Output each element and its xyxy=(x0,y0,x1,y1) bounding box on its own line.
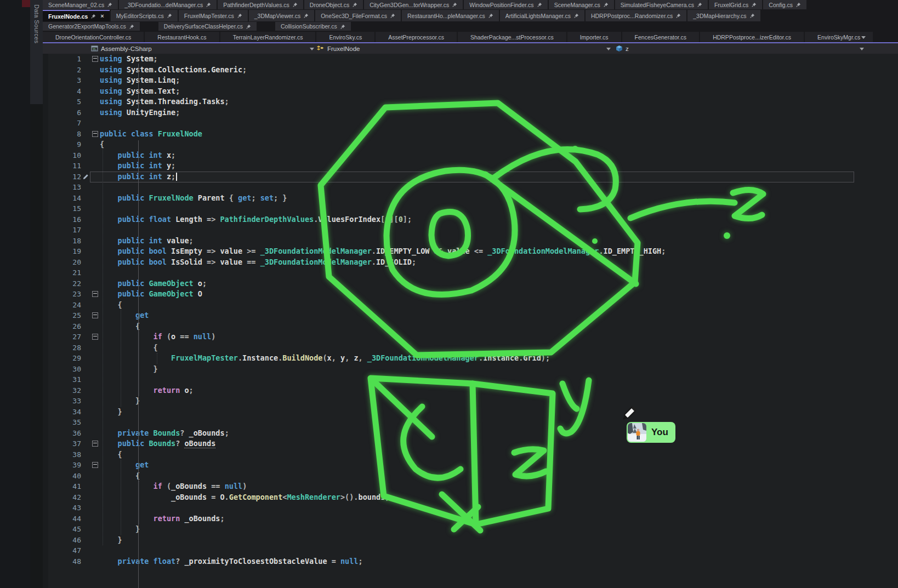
type-chevron-down-icon[interactable] xyxy=(606,48,611,50)
code-line: 44 return _oBounds; xyxy=(43,513,898,524)
document-tab[interactable]: Importer.cs xyxy=(567,32,621,42)
document-tab[interactable]: CollisionSubscriber.cs xyxy=(275,22,351,31)
document-tab[interactable]: OneSec3D_FileFormat.cs xyxy=(315,10,401,21)
code-line: 17 xyxy=(43,225,898,236)
document-tab[interactable]: Config.cs xyxy=(763,0,806,9)
code-editor[interactable]: 1using System;2using System.Collections.… xyxy=(43,54,898,567)
pin-icon[interactable] xyxy=(304,13,309,18)
document-tab[interactable]: WindowPositionFinder.cs xyxy=(464,0,547,9)
tab-label: FencesGenerator.cs xyxy=(635,34,687,41)
collapse-region-icon[interactable] xyxy=(92,56,98,62)
line-number: 12 xyxy=(43,172,81,182)
code-line: 19 public bool IsEmpty => value >= _3DFo… xyxy=(43,246,898,257)
code-text: using System.Text; xyxy=(100,86,180,97)
document-tab[interactable]: PathfinderDepthValues.cs xyxy=(218,0,303,9)
pin-icon[interactable] xyxy=(91,14,96,19)
pin-icon[interactable] xyxy=(390,13,395,18)
document-tab[interactable]: SimulatedFisheyeCamera.cs xyxy=(615,0,708,9)
document-tab[interactable]: SceneManager.cs xyxy=(549,0,614,9)
pin-icon[interactable] xyxy=(246,24,251,29)
class-icon xyxy=(316,45,325,52)
document-tab[interactable]: _3DMapHierarchy.cs xyxy=(687,10,760,21)
project-chevron-down-icon[interactable] xyxy=(310,48,314,50)
code-line: 21 xyxy=(43,267,898,278)
project-dropdown[interactable]: Assembly-CSharp xyxy=(91,43,152,54)
document-tab[interactable]: SceneManager_02.cs xyxy=(43,0,118,9)
field-icon xyxy=(616,45,623,52)
document-tab[interactable]: FruxelMapTester.cs xyxy=(179,10,248,21)
pin-icon[interactable] xyxy=(796,2,801,7)
close-icon[interactable]: × xyxy=(100,13,104,19)
document-tab[interactable]: DroneObject.cs xyxy=(304,0,363,9)
pin-icon[interactable] xyxy=(353,2,357,7)
code-text: { xyxy=(100,139,104,150)
collapse-region-icon[interactable] xyxy=(92,334,98,340)
line-number: 8 xyxy=(43,129,81,140)
document-tab[interactable]: _3DMapViewer.cs xyxy=(249,10,314,21)
pin-icon[interactable] xyxy=(129,24,134,29)
code-line: 15 xyxy=(43,203,898,214)
tab-label: RestaurantHook.cs xyxy=(157,34,206,41)
collapse-region-icon[interactable] xyxy=(92,131,98,137)
tab-overflow-chevron-down-icon[interactable] xyxy=(861,36,866,39)
pin-icon[interactable] xyxy=(488,13,493,18)
pin-icon[interactable] xyxy=(750,13,755,18)
collapse-region-icon[interactable] xyxy=(92,312,98,318)
document-tab[interactable]: FencesGenerator.cs xyxy=(622,32,700,42)
pin-icon[interactable] xyxy=(574,13,579,18)
document-tab[interactable]: CityGen3DGen...torWrapper.cs xyxy=(364,0,463,9)
document-tab[interactable]: ShaderPackage...stProcessor.cs xyxy=(458,32,566,42)
document-tab[interactable]: MyEditorScripts.cs xyxy=(111,10,178,21)
collapse-region-icon[interactable] xyxy=(92,441,98,447)
pin-icon[interactable] xyxy=(167,13,172,18)
pin-icon[interactable] xyxy=(206,2,211,7)
pin-icon[interactable] xyxy=(237,13,242,18)
type-dropdown[interactable]: FruxelNode xyxy=(316,43,360,54)
code-text: public Bounds? oBounds xyxy=(100,438,215,449)
document-tab[interactable]: HDRPPostproce...izerEditor.cs xyxy=(700,32,804,42)
line-number: 18 xyxy=(43,236,81,247)
document-tab[interactable]: EnviroSky.cs xyxy=(316,32,374,42)
document-tab[interactable]: Generator2ExportMapTools.cs xyxy=(43,22,140,31)
code-line: 24 { xyxy=(43,300,898,311)
document-tab[interactable]: RestaurantHook.cs xyxy=(145,32,219,42)
code-line: 2using System.Collections.Generic; xyxy=(43,65,898,76)
member-chevron-down-icon[interactable] xyxy=(860,48,864,50)
data-sources-vertical-tab[interactable]: Data Sources xyxy=(30,0,43,104)
navigation-bar: Assembly-CSharp FruxelNode z xyxy=(43,43,898,54)
document-tab[interactable]: DeliverySurfaceClassHelper.cs xyxy=(158,22,257,31)
code-line: 6using UnityEngine; xyxy=(43,107,898,118)
pin-icon[interactable] xyxy=(752,2,757,7)
document-tab[interactable]: TerrainLayerRandomizer.cs xyxy=(220,32,316,42)
document-tab[interactable]: _3DFoundatio...delManager.cs xyxy=(119,0,217,9)
pin-icon[interactable] xyxy=(293,2,298,7)
pin-icon[interactable] xyxy=(537,2,542,7)
document-tab[interactable]: ArtificialLightsManager.cs xyxy=(500,10,584,21)
code-text: public class FruxelNode xyxy=(100,129,202,140)
document-tab[interactable]: DroneOrientationController.cs xyxy=(43,32,144,42)
line-number: 35 xyxy=(43,417,81,428)
document-tab[interactable]: FruxelNode.cs× xyxy=(43,10,110,21)
vs-editor-window: Data Sources SceneManager_02.cs_3DFounda… xyxy=(0,0,898,588)
document-tab[interactable]: HDRPPostproc...Randomizer.cs xyxy=(586,10,686,21)
document-tab[interactable]: RestaurantHo...pleManager.cs xyxy=(402,10,499,21)
code-line: 28 { xyxy=(43,342,898,353)
pin-icon[interactable] xyxy=(604,2,609,7)
pin-icon[interactable] xyxy=(697,2,702,7)
tab-label: OneSec3D_FileFormat.cs xyxy=(321,13,387,19)
member-dropdown[interactable]: z xyxy=(616,43,629,54)
pin-icon[interactable] xyxy=(340,24,345,29)
pin-icon[interactable] xyxy=(676,13,681,18)
code-text: FruxelMapTester.Instance.BuildNode(x, y,… xyxy=(100,353,550,364)
pin-icon[interactable] xyxy=(452,2,457,7)
code-text: } xyxy=(100,524,140,535)
collapse-region-icon[interactable] xyxy=(92,462,98,468)
tab-label: EnviroSky.cs xyxy=(329,34,362,41)
code-line: 23 public GameObject O xyxy=(43,289,898,300)
document-tab[interactable]: FruxelGrid.cs xyxy=(709,0,762,9)
document-tab[interactable]: AssetPreprocessor.cs xyxy=(376,32,457,42)
code-line: 41 if (_oBounds == null) xyxy=(43,481,898,492)
code-text: using System.Threading.Tasks; xyxy=(100,96,229,107)
collapse-region-icon[interactable] xyxy=(92,291,98,297)
pin-icon[interactable] xyxy=(107,2,112,7)
